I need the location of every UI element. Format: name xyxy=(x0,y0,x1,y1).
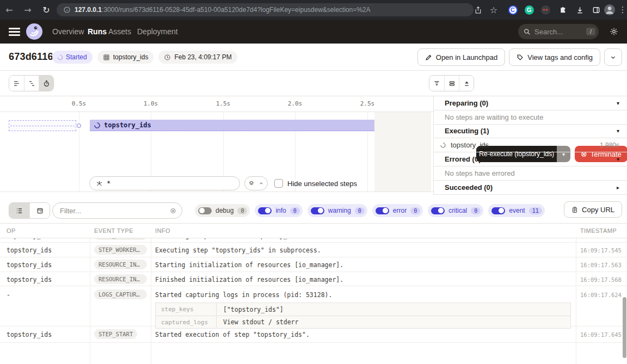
section-title: Succeeded (0) xyxy=(445,183,617,192)
extension-icon-dark[interactable] xyxy=(538,0,553,20)
run-status-badge[interactable]: Started xyxy=(52,51,93,64)
browser-menu-icon[interactable]: ⋮ xyxy=(615,0,627,20)
view-mode-timed-icon[interactable] xyxy=(39,76,53,91)
preparing-empty-row: No steps are waiting to execute xyxy=(434,110,627,125)
extension-icon-blue[interactable]: C xyxy=(505,0,520,20)
section-errored[interactable]: Errored (0) ▾ xyxy=(434,152,627,166)
logs-filter-input[interactable] xyxy=(60,207,170,215)
spinner-icon xyxy=(57,54,64,61)
toggle-switch xyxy=(198,207,212,214)
extensions-puzzle-icon[interactable] xyxy=(555,0,570,20)
empty-state-text: No steps are waiting to execute xyxy=(445,113,619,121)
search-input[interactable] xyxy=(534,28,582,36)
event-type-badge: STEP_WORKER_STARTI… xyxy=(94,238,147,240)
step-selection-input[interactable] xyxy=(107,180,233,187)
log-row[interactable]: topstory_ids RESOURCE_INIT_SUCC… Finishe… xyxy=(0,272,627,286)
gear-icon[interactable] xyxy=(610,27,618,36)
run-more-actions-button[interactable] xyxy=(604,48,622,66)
bookmark-star-icon[interactable]: ☆ xyxy=(486,0,501,20)
log-row[interactable]: topstory_ids STEP_WORKER_STARTED Executi… xyxy=(0,243,627,257)
executing-step-row[interactable]: topstory_ids 1.980s xyxy=(434,138,627,152)
expand-all-icon[interactable] xyxy=(459,76,474,91)
log-row[interactable]: topstory_ids RESOURCE_INIT_STAR… Startin… xyxy=(0,257,627,272)
global-search[interactable]: / xyxy=(518,24,599,39)
search-shortcut-badge: / xyxy=(586,28,595,35)
level-toggle-warning[interactable]: warning 0 xyxy=(308,204,367,217)
axis-tick: 0.5s xyxy=(72,100,87,107)
hamburger-menu-icon[interactable] xyxy=(9,28,20,36)
log-row-logs-captured[interactable]: - LOGS_CAPTURED Started capturing logs i… xyxy=(0,286,627,326)
toggle-switch xyxy=(258,207,272,214)
logs-filter[interactable]: ⊗ xyxy=(52,202,182,219)
view-tags-config-button[interactable]: View tags and config xyxy=(509,48,600,66)
section-preparing[interactable]: Preparing (0) ▾ xyxy=(434,96,627,110)
hide-unselected-label: Hide unselected steps xyxy=(287,180,357,188)
logs-scrollbar[interactable] xyxy=(623,297,626,358)
dagster-logo[interactable] xyxy=(26,23,42,40)
log-op: topstory_ids xyxy=(7,246,52,254)
nav-item-runs[interactable]: Runs xyxy=(88,20,107,44)
log-row-partial[interactable]: topstory_ids STEP_WORKER_STARTI… Launchi… xyxy=(0,238,627,243)
browser-reload-icon[interactable]: ↻ xyxy=(38,0,54,20)
gantt-chart: 0.5s 1.0s 1.5s 2.0s 2.5s topstory_ids xyxy=(0,96,433,196)
browser-back-icon[interactable]: ← xyxy=(1,0,17,20)
level-toggle-error[interactable]: error 0 xyxy=(372,204,423,217)
browser-address-bar[interactable]: 127.0.0.1:3000/runs/673d6116-0528-45df-a… xyxy=(57,3,474,16)
collapse-all-icon[interactable] xyxy=(429,76,444,91)
log-op: topstory_ids xyxy=(7,261,52,269)
gantt-expand-group xyxy=(429,75,474,91)
section-title: Preparing (0) xyxy=(445,99,617,107)
view-mode-waterfall-icon[interactable] xyxy=(24,76,39,91)
open-in-launchpad-button[interactable]: Open in Launchpad xyxy=(417,48,505,66)
browser-forward-icon[interactable]: → xyxy=(20,0,36,20)
logs-view-mode-group xyxy=(9,202,50,219)
gantt-bar-label: topstory_ids xyxy=(104,121,151,129)
hide-unselected-checkbox[interactable] xyxy=(274,179,283,188)
level-toggle-debug[interactable]: debug 0 xyxy=(195,204,250,217)
nav-item-assets[interactable]: Assets xyxy=(108,20,131,44)
step-query-toggle[interactable] xyxy=(244,176,268,190)
logs-list-view-icon[interactable] xyxy=(9,203,29,218)
app-navbar: Overview Runs Assets Deployment / xyxy=(0,20,627,44)
event-type-badge: RESOURCE_INIT_STAR… xyxy=(94,260,147,269)
section-succeeded[interactable]: Succeeded (0) ▸ xyxy=(434,181,627,195)
step-selection-filter[interactable] xyxy=(89,176,240,190)
axis-tick: 1.0s xyxy=(144,100,158,107)
log-info: Started execution of step "topstory_ids"… xyxy=(155,331,310,338)
level-count: 0 xyxy=(410,207,420,214)
download-icon[interactable] xyxy=(572,0,587,20)
section-title: Executing (1) xyxy=(445,127,617,135)
extension-icon-grammarly[interactable]: G xyxy=(521,0,537,20)
browser-chrome: ← → ↻ 127.0.0.1:3000/runs/673d6116-0528-… xyxy=(0,0,627,20)
col-op: OP xyxy=(7,227,16,234)
nav-item-deployment[interactable]: Deployment xyxy=(137,20,178,44)
site-info-icon[interactable] xyxy=(63,6,71,14)
level-toggle-critical[interactable]: critical 0 xyxy=(428,204,483,217)
run-header: 673d6116 Started topstory_ids Feb 23, 4:… xyxy=(0,44,627,71)
job-name-tag[interactable]: topstory_ids xyxy=(97,51,154,64)
log-metadata-table: step_keys ["topstory_ids"] captured_logs… xyxy=(155,303,571,329)
section-executing[interactable]: Executing (1) ▾ xyxy=(434,125,627,139)
level-toggle-event[interactable]: event 11 xyxy=(488,204,544,217)
run-start-time-tag[interactable]: Feb 23, 4:09:17 PM xyxy=(158,51,237,64)
sidebar-toggle-icon[interactable] xyxy=(588,0,604,20)
level-toggle-info[interactable]: info 0 xyxy=(255,204,302,217)
view-stdout-stderr-link[interactable]: View stdout / stderr xyxy=(217,318,298,326)
log-row[interactable]: topstory_ids STEP_START Started executio… xyxy=(0,326,627,343)
share-icon[interactable] xyxy=(470,0,485,20)
axis-tick: 2.0s xyxy=(288,100,303,107)
level-count: 0 xyxy=(471,207,481,214)
section-title: Errored (0) xyxy=(445,155,617,163)
clear-filter-icon[interactable]: ⊗ xyxy=(170,206,176,215)
log-timestamp: 16:09:17.568 xyxy=(580,276,622,283)
run-start-time-label: Feb 23, 4:09:17 PM xyxy=(174,53,231,61)
copy-url-button[interactable]: Copy URL xyxy=(564,201,622,218)
gantt-step-bar[interactable]: topstory_ids xyxy=(90,120,374,131)
event-type-badge: STEP_WORKER_STARTED xyxy=(94,245,147,255)
log-info: Launching subprocess for "topstory_ids". xyxy=(155,238,306,239)
logs-structured-view-icon[interactable] xyxy=(29,203,50,218)
nav-item-overview[interactable]: Overview xyxy=(52,20,84,44)
view-mode-flat-icon[interactable] xyxy=(9,76,24,91)
rows-icon[interactable] xyxy=(444,76,459,91)
gantt-view-mode-group xyxy=(9,75,54,91)
